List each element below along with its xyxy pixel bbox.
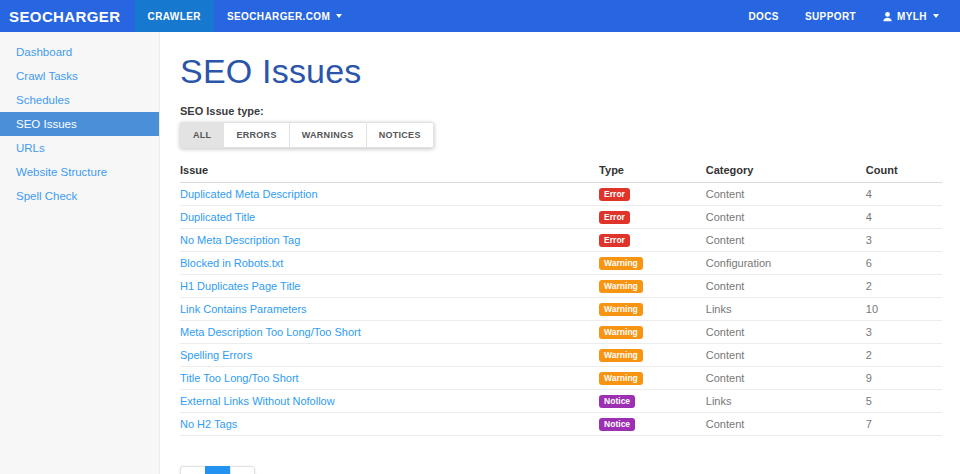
- issue-link[interactable]: Link Contains Parameters: [180, 303, 307, 315]
- count-cell: 4: [866, 206, 942, 229]
- issue-cell: No Meta Description Tag: [180, 229, 599, 252]
- body-row: DashboardCrawl TasksSchedulesSEO IssuesU…: [0, 32, 960, 474]
- type-cell: Warning: [599, 252, 706, 275]
- pagination-prev-button[interactable]: ←: [180, 466, 205, 474]
- type-cell: Notice: [599, 390, 706, 413]
- category-cell: Content: [706, 229, 866, 252]
- type-cell: Warning: [599, 321, 706, 344]
- table-row: No Meta Description TagErrorContent3: [180, 229, 942, 252]
- nav-item-label: SEOCHARGER.COM: [227, 11, 330, 22]
- issue-link[interactable]: No Meta Description Tag: [180, 234, 300, 246]
- issue-link[interactable]: Duplicated Meta Description: [180, 188, 318, 200]
- sidebar: DashboardCrawl TasksSchedulesSEO IssuesU…: [0, 32, 160, 474]
- page-title: SEO Issues: [180, 52, 942, 91]
- count-cell: 3: [866, 321, 942, 344]
- table-header-row: IssueTypeCategoryCount: [180, 158, 942, 183]
- type-cell: Notice: [599, 413, 706, 436]
- category-cell: Content: [706, 183, 866, 206]
- nav-item-docs[interactable]: DOCS: [735, 0, 792, 32]
- type-badge: Error: [599, 234, 630, 248]
- sidebar-item-schedules[interactable]: Schedules: [0, 88, 159, 112]
- issue-link[interactable]: Meta Description Too Long/Too Short: [180, 326, 361, 338]
- nav-item-label: MYLH: [897, 11, 927, 22]
- table-row: External Links Without NofollowNoticeLin…: [180, 390, 942, 413]
- sidebar-menu: DashboardCrawl TasksSchedulesSEO IssuesU…: [0, 40, 159, 208]
- table-row: Duplicated TitleErrorContent4: [180, 206, 942, 229]
- count-cell: 6: [866, 252, 942, 275]
- count-cell: 2: [866, 344, 942, 367]
- filter-button-notices[interactable]: NOTICES: [366, 122, 434, 148]
- count-cell: 3: [866, 229, 942, 252]
- nav-item-label: SUPPORT: [805, 11, 856, 22]
- type-cell: Warning: [599, 298, 706, 321]
- chevron-down-icon: [336, 14, 342, 18]
- top-navbar: SEOCHARGER CRAWLERSEOCHARGER.COM DOCSSUP…: [0, 0, 960, 32]
- chevron-down-icon: [933, 14, 939, 18]
- type-cell: Warning: [599, 367, 706, 390]
- main-content: SEO Issues SEO Issue type: ALLERRORSWARN…: [160, 32, 960, 474]
- type-badge: Warning: [599, 280, 643, 294]
- sidebar-item-seo-issues[interactable]: SEO Issues: [0, 112, 159, 136]
- sidebar-item-website-structure[interactable]: Website Structure: [0, 160, 159, 184]
- filter-button-all[interactable]: ALL: [180, 122, 223, 148]
- pagination-next-button[interactable]: →: [230, 466, 255, 474]
- table-row: H1 Duplicates Page TitleWarningContent2: [180, 275, 942, 298]
- navbar-right-nav: DOCSSUPPORTMYLH: [735, 0, 960, 32]
- pagination-page-button[interactable]: 1: [205, 466, 230, 474]
- sidebar-item-spell-check[interactable]: Spell Check: [0, 184, 159, 208]
- category-cell: Content: [706, 413, 866, 436]
- type-badge: Error: [599, 188, 630, 202]
- column-header-issue: Issue: [180, 158, 599, 183]
- sidebar-item-urls[interactable]: URLs: [0, 136, 159, 160]
- issue-cell: Title Too Long/Too Short: [180, 367, 599, 390]
- type-cell: Error: [599, 183, 706, 206]
- nav-item-label: DOCS: [748, 11, 779, 22]
- issue-link[interactable]: Duplicated Title: [180, 211, 255, 223]
- type-cell: Warning: [599, 275, 706, 298]
- category-cell: Links: [706, 298, 866, 321]
- column-header-count: Count: [866, 158, 942, 183]
- issues-table: IssueTypeCategoryCount Duplicated Meta D…: [180, 158, 942, 436]
- nav-item-seocharger-com[interactable]: SEOCHARGER.COM: [214, 0, 355, 32]
- type-badge: Warning: [599, 326, 643, 340]
- issue-link[interactable]: Blocked in Robots.txt: [180, 257, 283, 269]
- issue-link[interactable]: External Links Without Nofollow: [180, 395, 335, 407]
- issue-cell: External Links Without Nofollow: [180, 390, 599, 413]
- filter-button-warnings[interactable]: WARNINGS: [289, 122, 366, 148]
- table-row: Meta Description Too Long/Too ShortWarni…: [180, 321, 942, 344]
- issue-cell: Duplicated Meta Description: [180, 183, 599, 206]
- nav-item-mylh[interactable]: MYLH: [869, 0, 952, 32]
- table-row: Title Too Long/Too ShortWarningContent9: [180, 367, 942, 390]
- sidebar-item-crawl-tasks[interactable]: Crawl Tasks: [0, 64, 159, 88]
- issue-cell: No H2 Tags: [180, 413, 599, 436]
- issue-link[interactable]: Title Too Long/Too Short: [180, 372, 299, 384]
- brand-logo[interactable]: SEOCHARGER: [0, 0, 135, 32]
- issue-link[interactable]: H1 Duplicates Page Title: [180, 280, 300, 292]
- issue-type-filter-group: ALLERRORSWARNINGSNOTICES: [180, 122, 434, 148]
- nav-item-support[interactable]: SUPPORT: [792, 0, 869, 32]
- type-cell: Warning: [599, 344, 706, 367]
- count-cell: 2: [866, 275, 942, 298]
- nav-item-crawler[interactable]: CRAWLER: [135, 0, 214, 32]
- table-row: No H2 TagsNoticeContent7: [180, 413, 942, 436]
- issues-table-body: Duplicated Meta DescriptionErrorContent4…: [180, 183, 942, 436]
- category-cell: Content: [706, 321, 866, 344]
- type-badge: Warning: [599, 349, 643, 363]
- column-header-type: Type: [599, 158, 706, 183]
- category-cell: Content: [706, 344, 866, 367]
- category-cell: Content: [706, 367, 866, 390]
- issue-cell: Blocked in Robots.txt: [180, 252, 599, 275]
- type-cell: Error: [599, 206, 706, 229]
- issue-link[interactable]: No H2 Tags: [180, 418, 237, 430]
- filter-button-errors[interactable]: ERRORS: [223, 122, 288, 148]
- category-cell: Content: [706, 206, 866, 229]
- issue-link[interactable]: Spelling Errors: [180, 349, 252, 361]
- count-cell: 7: [866, 413, 942, 436]
- count-cell: 4: [866, 183, 942, 206]
- table-row: Spelling ErrorsWarningContent2: [180, 344, 942, 367]
- user-icon: [882, 11, 893, 22]
- type-badge: Error: [599, 211, 630, 225]
- nav-item-label: CRAWLER: [148, 11, 201, 22]
- app-window: SEOCHARGER CRAWLERSEOCHARGER.COM DOCSSUP…: [0, 0, 960, 474]
- sidebar-item-dashboard[interactable]: Dashboard: [0, 40, 159, 64]
